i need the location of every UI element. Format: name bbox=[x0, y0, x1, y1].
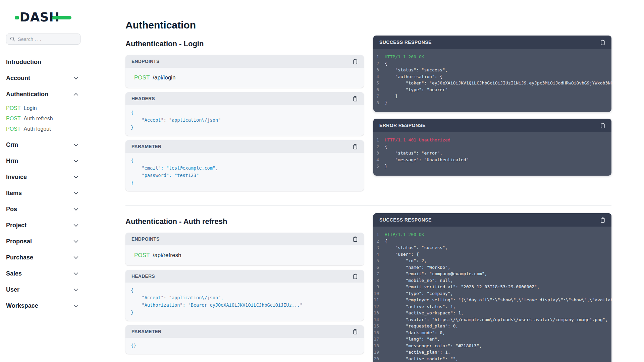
endpoint-line: POST/api/refresh bbox=[131, 248, 359, 263]
line-number: 12 bbox=[373, 303, 385, 310]
code-text: "active_workspace": 1, bbox=[385, 310, 611, 316]
sidebar-item-label: Items bbox=[6, 190, 22, 197]
box-label: PARAMETER bbox=[131, 329, 161, 334]
code-text: "status": "error", bbox=[385, 150, 611, 157]
clipboard-icon bbox=[352, 273, 358, 280]
response-panel-header: SUCCESS RESPONSE bbox=[373, 213, 611, 227]
code-line: 5} bbox=[373, 163, 611, 170]
code-line: 15 "requested_plan": 0, bbox=[373, 323, 611, 329]
box-body: { "Accept": "application\/json", "Author… bbox=[125, 283, 364, 321]
copy-button[interactable] bbox=[351, 95, 359, 103]
clipboard-icon bbox=[352, 143, 358, 150]
code-text: "messenger_color": "#2180f3", bbox=[385, 343, 611, 349]
box-label: HEADERS bbox=[131, 96, 155, 101]
line-number: 7 bbox=[373, 93, 385, 100]
code-text: "avatar": "https:\/\/example.com\/upload… bbox=[385, 316, 611, 323]
sidebar-item-authentication-login[interactable]: POSTLogin bbox=[6, 103, 87, 113]
code-text: "requested_plan": 0, bbox=[385, 323, 611, 329]
clipboard-icon bbox=[600, 122, 606, 129]
line-number: 7 bbox=[373, 270, 385, 277]
line-number: 5 bbox=[373, 80, 385, 86]
code-text: { bbox=[385, 60, 611, 67]
code-text: } bbox=[385, 100, 611, 106]
sidebar-item-introduction[interactable]: Introduction bbox=[6, 54, 80, 70]
logo[interactable]: DASH bbox=[6, 9, 80, 25]
box-headers: HEADERS{ "Accept": "application\/json" } bbox=[125, 92, 364, 136]
line-number: 11 bbox=[373, 297, 385, 303]
http-method: POST bbox=[134, 252, 150, 258]
code-line: 3 "status": "success", bbox=[373, 67, 611, 73]
sidebar-item-hrm[interactable]: Hrm bbox=[6, 153, 80, 169]
sidebar-item-sales[interactable]: Sales bbox=[6, 265, 80, 282]
sidebar-item-invoice[interactable]: Invoice bbox=[6, 169, 80, 185]
code-line: 8} bbox=[373, 100, 611, 106]
section-authentication-login: Authentication - LoginENDPOINTSPOST/api/… bbox=[125, 40, 644, 195]
line-number: 14 bbox=[373, 316, 385, 323]
copy-button[interactable] bbox=[599, 216, 607, 224]
section-left-column: Authentication - LoginENDPOINTSPOST/api/… bbox=[125, 40, 364, 195]
box-parameter: PARAMETER{} bbox=[125, 325, 364, 354]
copy-button[interactable] bbox=[351, 327, 359, 336]
logo-dash-accent bbox=[52, 16, 71, 19]
box-header: ENDPOINTS bbox=[125, 55, 364, 68]
sidebar-item-pos[interactable]: Pos bbox=[6, 201, 80, 217]
http-method-badge: POST bbox=[6, 116, 21, 122]
section-right-column: SUCCESS RESPONSE1HTTP/1.1 200 OK2{3 "sta… bbox=[373, 36, 611, 195]
code-line: 4 "user": { bbox=[373, 251, 611, 258]
clipboard-icon bbox=[352, 58, 358, 65]
copy-button[interactable] bbox=[351, 142, 359, 151]
copy-button[interactable] bbox=[351, 235, 359, 243]
code-text: } bbox=[385, 163, 611, 170]
code-line: 13 "active_workspace": 1, bbox=[373, 310, 611, 316]
line-number: 5 bbox=[373, 257, 385, 264]
line-number: 8 bbox=[373, 277, 385, 284]
sidebar-item-authentication-auth-refresh[interactable]: POSTAuth refresh bbox=[6, 113, 87, 124]
sidebar-item-purchase[interactable]: Purchase bbox=[6, 249, 80, 265]
copy-button[interactable] bbox=[351, 272, 359, 281]
sidebar-item-authentication[interactable]: Authentication bbox=[6, 86, 80, 102]
code-text: "active_plan": 1, bbox=[385, 349, 611, 356]
http-status-line: HTTP/1.1 401 Unauthorized bbox=[385, 137, 611, 143]
sidebar-item-items[interactable]: Items bbox=[6, 185, 80, 201]
sidebar-item-crm[interactable]: Crm bbox=[6, 137, 80, 153]
response-panel-success-response: SUCCESS RESPONSE1HTTP/1.1 200 OK2{3 "sta… bbox=[373, 213, 611, 362]
code-line: 16 "dark_mode": 0, bbox=[373, 329, 611, 336]
box-body: { "email": "test@example.com", "password… bbox=[125, 153, 364, 191]
sidebar-item-authentication-auth-logout[interactable]: POSTAuth logout bbox=[6, 124, 87, 134]
sidebar-item-account[interactable]: Account bbox=[6, 70, 80, 86]
sidebar: DASH IntroductionAccountAuthenticationPO… bbox=[0, 0, 87, 362]
sidebar-item-label: Hrm bbox=[6, 158, 18, 165]
line-number: 13 bbox=[373, 310, 385, 316]
response-code-block: 1HTTP/1.1 401 Unauthorized2{3 "status": … bbox=[373, 132, 611, 176]
response-panel-title: SUCCESS RESPONSE bbox=[379, 40, 432, 45]
section-title: Authentication - Login bbox=[125, 40, 364, 48]
section-left-column: Authentication - Auth refreshENDPOINTSPO… bbox=[125, 217, 364, 362]
code-text: "status": "success", bbox=[385, 67, 611, 73]
code-line: 2{ bbox=[373, 238, 611, 245]
sidebar-item-proposal[interactable]: Proposal bbox=[6, 233, 80, 249]
code-text: "email_verified_at": "2023-12-03T18:53:2… bbox=[385, 284, 611, 290]
chevron-down-icon bbox=[73, 176, 78, 179]
code-text: "message": "Unauthenticated" bbox=[385, 157, 611, 163]
line-number: 6 bbox=[373, 264, 385, 271]
sidebar-item-workspace[interactable]: Workspace bbox=[6, 298, 80, 314]
copy-button[interactable] bbox=[599, 121, 607, 130]
line-number: 3 bbox=[373, 67, 385, 73]
copy-button[interactable] bbox=[351, 57, 359, 66]
box-body: { "Accept": "application\/json" } bbox=[125, 105, 364, 136]
line-number: 3 bbox=[373, 150, 385, 157]
http-status-line: HTTP/1.1 200 OK bbox=[385, 54, 611, 60]
box-endpoints: ENDPOINTSPOST/api/refresh bbox=[125, 233, 364, 265]
code-block: { "Accept": "application\/json" } bbox=[131, 109, 359, 131]
box-header: PARAMETER bbox=[125, 325, 364, 338]
sidebar-item-project[interactable]: Project bbox=[6, 217, 80, 233]
line-number: 9 bbox=[373, 284, 385, 290]
response-code-block: 1HTTP/1.1 200 OK2{3 "status": "success",… bbox=[373, 49, 611, 112]
sidebar-item-user[interactable]: User bbox=[6, 282, 80, 298]
copy-button[interactable] bbox=[599, 38, 607, 47]
response-code-block: 1HTTP/1.1 200 OK2{3 "status": "success",… bbox=[373, 227, 611, 362]
line-number: 1 bbox=[373, 54, 385, 60]
code-line: 19 "active_plan": 1, bbox=[373, 349, 611, 356]
search-input[interactable] bbox=[6, 34, 80, 45]
code-text: "active_status": 1, bbox=[385, 303, 611, 310]
